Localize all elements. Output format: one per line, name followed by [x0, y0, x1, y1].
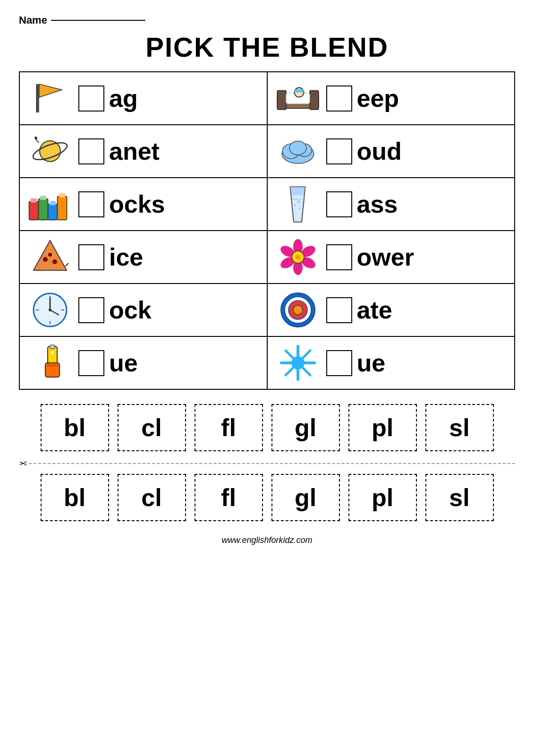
- svg-point-42: [296, 255, 300, 259]
- cell-left-1: anet: [19, 125, 267, 178]
- blends-row-top: blclflglplsl: [19, 404, 515, 451]
- icon-splat: [274, 342, 322, 384]
- answer-box-right-2[interactable]: [326, 191, 352, 217]
- name-line: Name: [19, 14, 515, 26]
- blend-card-bottom-cl: cl: [118, 474, 186, 521]
- svg-rect-23: [50, 201, 56, 205]
- cell-right-2: ass: [267, 178, 515, 231]
- blend-card-top-fl: fl: [195, 404, 263, 451]
- word-ending-right-1: oud: [357, 137, 402, 165]
- cell-left-3: ice: [19, 231, 267, 284]
- svg-rect-58: [47, 364, 58, 367]
- name-underline: [51, 20, 145, 21]
- word-ending-left-2: ocks: [109, 190, 165, 218]
- svg-rect-21: [31, 198, 37, 203]
- cell-left-4: ock: [19, 284, 267, 336]
- blend-card-top-gl: gl: [271, 404, 340, 451]
- cell-inner-left-0: ag: [26, 77, 260, 120]
- blend-card-bottom-fl: fl: [195, 474, 263, 521]
- svg-line-66: [286, 351, 293, 358]
- cut-line: [29, 463, 515, 464]
- svg-rect-5: [310, 91, 319, 110]
- icon-flag: [26, 77, 74, 120]
- answer-box-left-0[interactable]: [78, 86, 104, 112]
- word-ending-left-5: ue: [109, 349, 138, 377]
- svg-point-28: [299, 207, 301, 209]
- cell-right-5: ue: [267, 336, 515, 389]
- cell-inner-left-3: ice: [26, 236, 260, 278]
- table-row: anet oud: [19, 125, 515, 178]
- answer-box-left-4[interactable]: [78, 297, 104, 323]
- icon-clock: [26, 289, 74, 331]
- word-ending-right-3: ower: [357, 243, 414, 271]
- icon-glass: [274, 183, 322, 225]
- answer-box-right-1[interactable]: [326, 138, 352, 164]
- blend-card-bottom-gl: gl: [271, 474, 340, 521]
- table-row: ag eep: [19, 72, 515, 125]
- table-row: ue ue: [19, 336, 515, 389]
- answer-box-left-5[interactable]: [78, 350, 104, 376]
- word-ending-right-0: eep: [357, 84, 399, 112]
- svg-rect-4: [277, 91, 286, 110]
- icon-planet: [26, 130, 74, 172]
- svg-rect-57: [50, 345, 55, 349]
- icon-target: [274, 289, 322, 331]
- cell-inner-right-0: eep: [274, 77, 508, 120]
- cell-inner-left-1: anet: [26, 130, 260, 172]
- cell-left-2: ocks: [19, 178, 267, 231]
- svg-point-16: [289, 141, 306, 155]
- svg-rect-24: [59, 193, 65, 198]
- cell-inner-left-4: ock: [26, 289, 260, 331]
- cell-inner-right-3: ower: [274, 236, 508, 278]
- answer-box-right-0[interactable]: [326, 86, 352, 112]
- svg-point-9: [40, 141, 60, 162]
- cell-inner-left-5: ue: [26, 342, 260, 384]
- svg-rect-8: [294, 89, 304, 92]
- svg-point-32: [52, 259, 57, 264]
- icon-pizza: [26, 236, 74, 278]
- blend-card-top-pl: pl: [348, 404, 417, 451]
- icon-flower: [274, 236, 322, 278]
- cell-left-0: ag: [19, 72, 267, 125]
- blend-card-bottom-pl: pl: [348, 474, 417, 521]
- answer-box-right-5[interactable]: [326, 350, 352, 376]
- blend-card-top-sl: sl: [425, 404, 494, 451]
- icon-cloud: [274, 130, 322, 172]
- cell-right-4: ate: [267, 284, 515, 336]
- answer-box-left-3[interactable]: [78, 244, 104, 270]
- word-ending-left-4: ock: [109, 296, 152, 324]
- svg-point-54: [293, 305, 303, 315]
- svg-rect-19: [48, 204, 58, 220]
- cell-right-3: ower: [267, 231, 515, 284]
- cell-inner-left-2: ocks: [26, 183, 260, 225]
- cell-right-1: oud: [267, 125, 515, 178]
- word-ending-right-5: ue: [357, 349, 386, 377]
- word-ending-left-0: ag: [109, 84, 138, 112]
- cell-left-5: ue: [19, 336, 267, 389]
- svg-line-11: [36, 139, 39, 143]
- name-label: Name: [19, 14, 47, 26]
- word-ending-right-2: ass: [357, 190, 398, 218]
- svg-rect-18: [39, 199, 48, 220]
- icon-blocks: [26, 183, 74, 225]
- answer-box-left-2[interactable]: [78, 191, 104, 217]
- scissors-divider: ✂: [19, 458, 515, 469]
- svg-line-69: [286, 368, 293, 375]
- cell-inner-right-5: ue: [274, 342, 508, 384]
- blends-section: blclflglplsl ✂ blclflglplsl: [19, 404, 515, 526]
- answer-box-right-4[interactable]: [326, 297, 352, 323]
- word-ending-right-4: ate: [357, 296, 392, 324]
- answer-box-right-3[interactable]: [326, 244, 352, 270]
- scissors-icon: ✂: [19, 458, 27, 469]
- svg-point-33: [48, 253, 52, 257]
- answer-box-left-1[interactable]: [78, 138, 104, 164]
- icon-bed: [274, 77, 322, 120]
- svg-rect-17: [29, 201, 39, 220]
- svg-rect-20: [58, 196, 67, 220]
- svg-point-31: [43, 257, 48, 262]
- cell-inner-right-1: oud: [274, 130, 508, 172]
- main-table: ag eep anet: [19, 71, 515, 390]
- page-title: PICK THE BLEND: [19, 31, 515, 63]
- icon-glue: [26, 342, 74, 384]
- table-row: ocks ass: [19, 178, 515, 231]
